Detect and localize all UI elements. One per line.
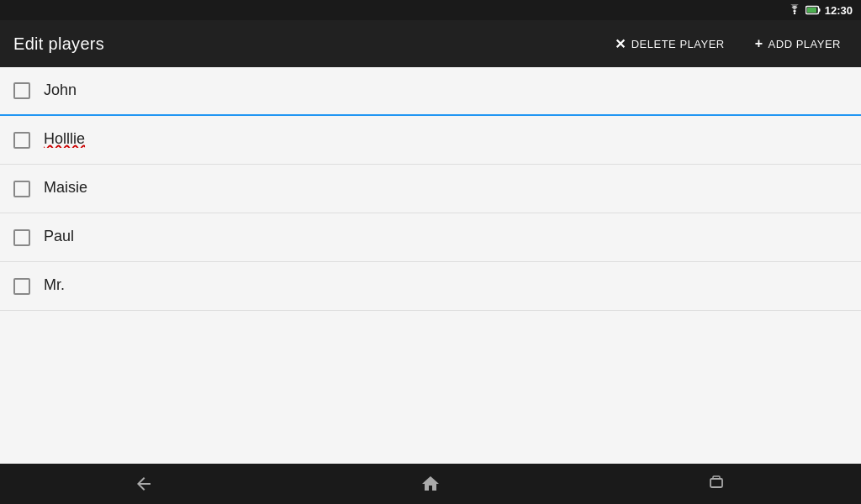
recents-button[interactable] bbox=[692, 467, 742, 501]
delete-player-button[interactable]: ✕ DELETE PLAYER bbox=[608, 33, 732, 55]
player-row bbox=[0, 213, 861, 262]
player-checkbox-1[interactable] bbox=[13, 82, 30, 99]
player-checkbox-2[interactable] bbox=[13, 132, 30, 149]
svg-rect-4 bbox=[710, 479, 722, 487]
status-time: 12:30 bbox=[825, 4, 853, 17]
player-row bbox=[0, 67, 861, 116]
app-bar-actions: ✕ DELETE PLAYER + ADD PLAYER bbox=[608, 33, 848, 55]
svg-rect-3 bbox=[807, 8, 816, 13]
back-button[interactable] bbox=[119, 467, 169, 501]
delete-player-label: DELETE PLAYER bbox=[631, 38, 725, 50]
player-input-1[interactable] bbox=[44, 81, 848, 101]
page-title: Edit players bbox=[13, 34, 104, 54]
svg-rect-5 bbox=[713, 476, 720, 479]
battery-icon bbox=[806, 5, 821, 15]
player-list bbox=[0, 67, 861, 464]
player-checkbox-4[interactable] bbox=[13, 229, 30, 246]
app-bar: Edit players ✕ DELETE PLAYER + ADD PLAYE… bbox=[0, 20, 861, 67]
player-row bbox=[0, 116, 861, 165]
svg-point-0 bbox=[794, 12, 795, 13]
player-input-2[interactable] bbox=[44, 130, 848, 150]
add-icon: + bbox=[755, 36, 763, 51]
player-input-3[interactable] bbox=[44, 179, 848, 198]
wifi-icon bbox=[788, 4, 801, 17]
player-row bbox=[0, 165, 861, 213]
delete-icon: ✕ bbox=[615, 36, 626, 52]
status-icons: 12:30 bbox=[788, 4, 853, 17]
player-row bbox=[0, 262, 861, 311]
add-player-label: ADD PLAYER bbox=[769, 38, 841, 50]
bottom-nav bbox=[0, 464, 861, 504]
player-checkbox-5[interactable] bbox=[13, 278, 30, 295]
player-input-5[interactable] bbox=[44, 276, 848, 296]
player-checkbox-3[interactable] bbox=[13, 181, 30, 197]
add-player-button[interactable]: + ADD PLAYER bbox=[748, 33, 848, 55]
player-input-4[interactable] bbox=[44, 228, 848, 247]
home-button[interactable] bbox=[405, 467, 456, 501]
status-bar: 12:30 bbox=[0, 0, 861, 20]
svg-rect-2 bbox=[818, 8, 820, 12]
